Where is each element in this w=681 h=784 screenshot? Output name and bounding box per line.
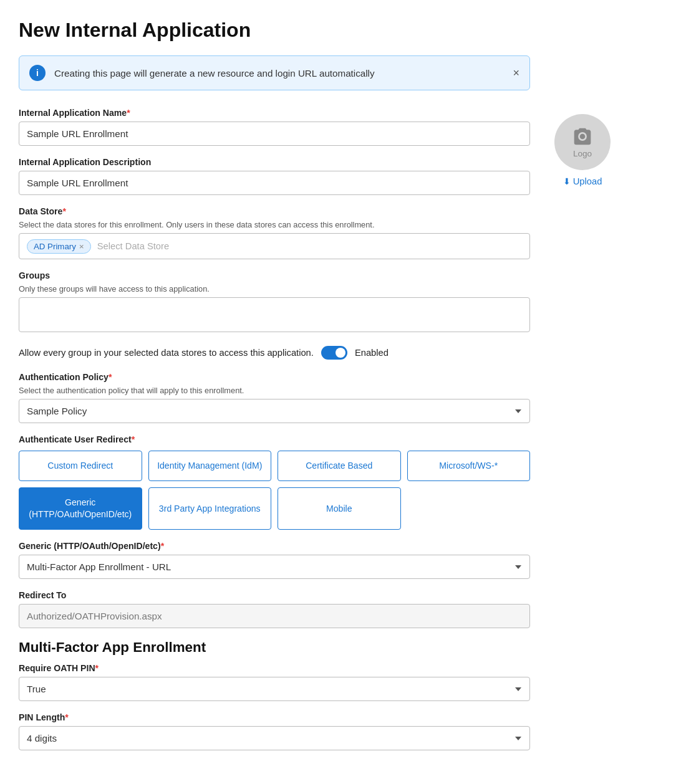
- auth-policy-label: Authentication Policy*: [19, 372, 530, 382]
- app-desc-label: Internal Application Description: [19, 157, 530, 167]
- app-name-label: Internal Application Name*: [19, 108, 530, 118]
- auth-policy-group: Authentication Policy* Select the authen…: [19, 372, 530, 423]
- generic-group: Generic (HTTP/OAuth/OpenID/etc)* Multi-F…: [19, 541, 530, 579]
- redirect-generic[interactable]: Generic (HTTP/OAuth/OpenID/etc): [19, 487, 142, 530]
- data-store-tag: AD Primary ×: [27, 239, 91, 254]
- toggle-switch[interactable]: [321, 346, 347, 360]
- redirect-microsoft-ws[interactable]: Microsoft/WS-*: [407, 451, 531, 481]
- app-desc-input[interactable]: [19, 171, 530, 195]
- data-store-group: Data Store* Select the data stores for t…: [19, 206, 530, 259]
- upload-button[interactable]: Upload: [563, 176, 602, 186]
- groups-group: Groups Only these groups will have acces…: [19, 270, 530, 335]
- pin-length-wrapper: 4 digits 6 digits 8 digits: [19, 726, 530, 750]
- info-icon: i: [29, 65, 46, 81]
- logo-upload-area: Logo Upload: [545, 108, 620, 186]
- remove-tag-button[interactable]: ×: [79, 242, 84, 251]
- pin-length-select[interactable]: 4 digits 6 digits 8 digits: [19, 726, 530, 750]
- auth-policy-select[interactable]: Sample Policy: [19, 399, 530, 423]
- info-banner: i Creating this page will generate a new…: [19, 55, 530, 90]
- redirect-certificate-based[interactable]: Certificate Based: [278, 451, 401, 481]
- auth-policy-sub: Select the authentication policy that wi…: [19, 386, 530, 395]
- logo-circle: Logo: [554, 114, 611, 170]
- app-name-input[interactable]: [19, 122, 530, 146]
- camera-icon: [572, 127, 592, 146]
- groups-sub: Only these groups will have access to th…: [19, 284, 530, 294]
- close-banner-button[interactable]: ×: [513, 67, 519, 79]
- redirect-options-row2: Generic (HTTP/OAuth/OpenID/etc) 3rd Part…: [19, 487, 530, 530]
- redirect-mobile[interactable]: Mobile: [278, 487, 401, 530]
- auth-redirect-group: Authenticate User Redirect* Custom Redir…: [19, 434, 530, 530]
- oath-pin-select[interactable]: True False: [19, 677, 530, 701]
- redirect-options-row1: Custom Redirect Identity Management (IdM…: [19, 451, 530, 481]
- redirect-custom-redirect[interactable]: Custom Redirect: [19, 451, 142, 481]
- toggle-label: Allow every group in your selected data …: [19, 348, 314, 358]
- data-store-sub: Select the data stores for this enrollme…: [19, 220, 530, 229]
- app-name-group: Internal Application Name*: [19, 108, 530, 146]
- generic-select[interactable]: Multi-Factor App Enrollment - URL: [19, 555, 530, 579]
- groups-input[interactable]: [19, 297, 530, 332]
- redirect-third-party[interactable]: 3rd Party App Integrations: [148, 487, 272, 530]
- mfa-section-title: Multi-Factor App Enrollment: [19, 639, 530, 656]
- app-desc-group: Internal Application Description: [19, 157, 530, 195]
- redirect-to-input: [19, 604, 530, 628]
- toggle-state-text: Enabled: [355, 348, 389, 358]
- oath-pin-group: Require OATH PIN* True False: [19, 663, 530, 701]
- data-store-placeholder: Select Data Store: [97, 241, 169, 251]
- redirect-to-label: Redirect To: [19, 590, 530, 600]
- auth-redirect-label: Authenticate User Redirect*: [19, 434, 530, 444]
- auth-policy-wrapper: Sample Policy: [19, 399, 530, 423]
- pin-length-group: PIN Length* 4 digits 6 digits 8 digits: [19, 712, 530, 750]
- page-title: New Internal Application: [19, 19, 656, 42]
- data-store-label: Data Store*: [19, 206, 530, 216]
- groups-label: Groups: [19, 270, 530, 280]
- oath-pin-label: Require OATH PIN*: [19, 663, 530, 673]
- toggle-row: Allow every group in your selected data …: [19, 346, 530, 360]
- pin-length-label: PIN Length*: [19, 712, 530, 722]
- generic-wrapper: Multi-Factor App Enrollment - URL: [19, 555, 530, 579]
- redirect-idm[interactable]: Identity Management (IdM): [148, 451, 272, 481]
- redirect-to-group: Redirect To: [19, 590, 530, 628]
- oath-pin-wrapper: True False: [19, 677, 530, 701]
- data-store-field[interactable]: AD Primary × Select Data Store: [19, 233, 530, 259]
- banner-text: Creating this page will generate a new r…: [54, 68, 504, 79]
- redirect-empty: [407, 487, 531, 530]
- logo-label: Logo: [573, 149, 592, 158]
- generic-label: Generic (HTTP/OAuth/OpenID/etc)*: [19, 541, 530, 551]
